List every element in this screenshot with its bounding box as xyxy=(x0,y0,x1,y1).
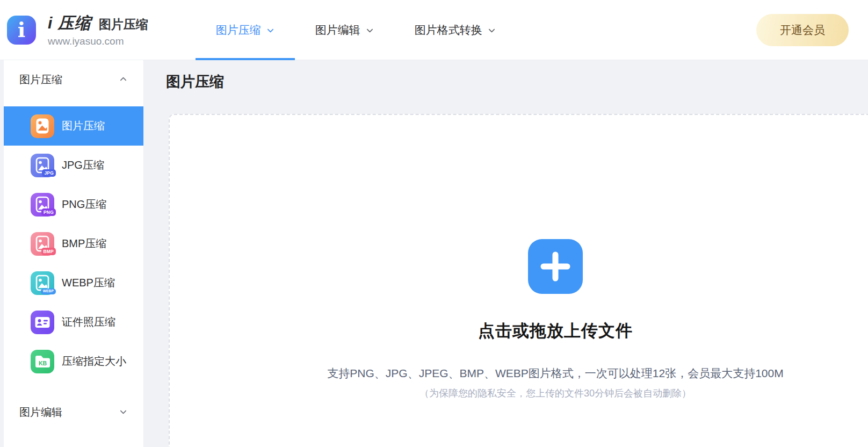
sidebar-item-webp-compress[interactable]: WEBP WEBP压缩 xyxy=(4,263,143,302)
sidebar-item-label: PNG压缩 xyxy=(62,197,106,212)
png-compress-icon: PNG xyxy=(31,193,54,217)
sidebar: 图片压缩 图片压缩 xyxy=(4,60,144,447)
upload-privacy-note: （为保障您的隐私安全，您上传的文件30分钟后会被自动删除） xyxy=(419,387,691,400)
main-content: 图片压缩 点击或拖放上传文件 支持PNG、JPG、JPEG、BMP、WEBP图片… xyxy=(144,60,868,447)
upload-support-text: 支持PNG、JPG、JPEG、BMP、WEBP图片格式，一次可以处理12张，会员… xyxy=(327,366,783,381)
upload-heading: 点击或拖放上传文件 xyxy=(478,320,633,342)
chevron-down-icon xyxy=(119,406,127,419)
nav-tab-image-edit[interactable]: 图片编辑 xyxy=(295,0,394,60)
logo-icon: i xyxy=(7,16,36,45)
sidebar-section-image-edit[interactable]: 图片编辑 xyxy=(4,393,143,431)
kb-folder-icon: KB xyxy=(31,350,54,373)
format-badge: WEBP xyxy=(41,289,56,294)
nav-tab-label: 图片压缩 xyxy=(216,23,261,38)
sidebar-item-label: JPG压缩 xyxy=(62,158,104,172)
sidebar-list: 图片压缩 JPG JPG压缩 xyxy=(4,106,143,381)
logo-title: i 压缩 xyxy=(48,12,91,34)
format-badge: BMP xyxy=(41,248,56,255)
jpg-compress-icon: JPG xyxy=(31,154,54,177)
page-title: 图片压缩 xyxy=(144,60,868,91)
nav-tab-format-convert[interactable]: 图片格式转换 xyxy=(394,0,516,60)
bmp-compress-icon: BMP xyxy=(31,232,54,256)
chevron-up-icon xyxy=(119,74,127,86)
sidebar-item-image-compress[interactable]: 图片压缩 xyxy=(4,106,143,146)
chevron-down-icon xyxy=(488,24,496,37)
brand-logo[interactable]: i i 压缩 图片压缩 www.iyasuo.com xyxy=(0,12,148,47)
chevron-down-icon xyxy=(366,24,374,37)
logo-letter: i xyxy=(18,20,25,40)
sidebar-item-compress-to-size[interactable]: KB 压缩指定大小 xyxy=(4,342,143,381)
open-membership-button[interactable]: 开通会员 xyxy=(756,14,849,46)
id-photo-icon xyxy=(31,311,54,334)
top-header: i i 压缩 图片压缩 www.iyasuo.com 图片压缩 图片编辑 图片格… xyxy=(0,0,868,60)
sidebar-item-bmp-compress[interactable]: BMP BMP压缩 xyxy=(4,224,143,263)
logo-text-block: i 压缩 图片压缩 www.iyasuo.com xyxy=(48,12,148,47)
sidebar-item-jpg-compress[interactable]: JPG JPG压缩 xyxy=(4,146,143,185)
kb-badge-text: KB xyxy=(39,359,47,366)
nav-tab-label: 图片格式转换 xyxy=(415,23,482,38)
main-nav: 图片压缩 图片编辑 图片格式转换 xyxy=(196,0,516,60)
sidebar-section-image-compress[interactable]: 图片压缩 xyxy=(4,60,143,99)
sidebar-item-label: 压缩指定大小 xyxy=(62,354,126,369)
sidebar-item-label: BMP压缩 xyxy=(62,236,106,251)
sidebar-item-label: 图片压缩 xyxy=(62,119,105,133)
logo-subtitle: 图片压缩 xyxy=(99,16,148,33)
chevron-down-icon xyxy=(266,24,274,37)
sidebar-item-png-compress[interactable]: PNG PNG压缩 xyxy=(4,185,143,224)
sidebar-item-label: 证件照压缩 xyxy=(62,315,115,329)
nav-tab-label: 图片编辑 xyxy=(315,23,360,38)
format-badge: JPG xyxy=(42,169,56,176)
plus-icon xyxy=(528,239,583,294)
sidebar-item-id-photo-compress[interactable]: 证件照压缩 xyxy=(4,302,143,342)
sidebar-item-label: WEBP压缩 xyxy=(62,276,115,290)
nav-tab-image-compress[interactable]: 图片压缩 xyxy=(196,0,295,60)
format-badge: PNG xyxy=(41,208,56,215)
sidebar-section-label: 图片压缩 xyxy=(19,73,62,87)
upload-plus-button[interactable] xyxy=(528,239,583,294)
sidebar-section-label: 图片编辑 xyxy=(19,405,62,420)
upload-dropzone[interactable]: 点击或拖放上传文件 支持PNG、JPG、JPEG、BMP、WEBP图片格式，一次… xyxy=(169,114,868,447)
logo-url: www.iyasuo.com xyxy=(48,35,148,47)
webp-compress-icon: WEBP xyxy=(31,271,54,295)
image-compress-icon xyxy=(31,114,54,138)
page-body: 图片压缩 图片压缩 xyxy=(0,60,868,447)
